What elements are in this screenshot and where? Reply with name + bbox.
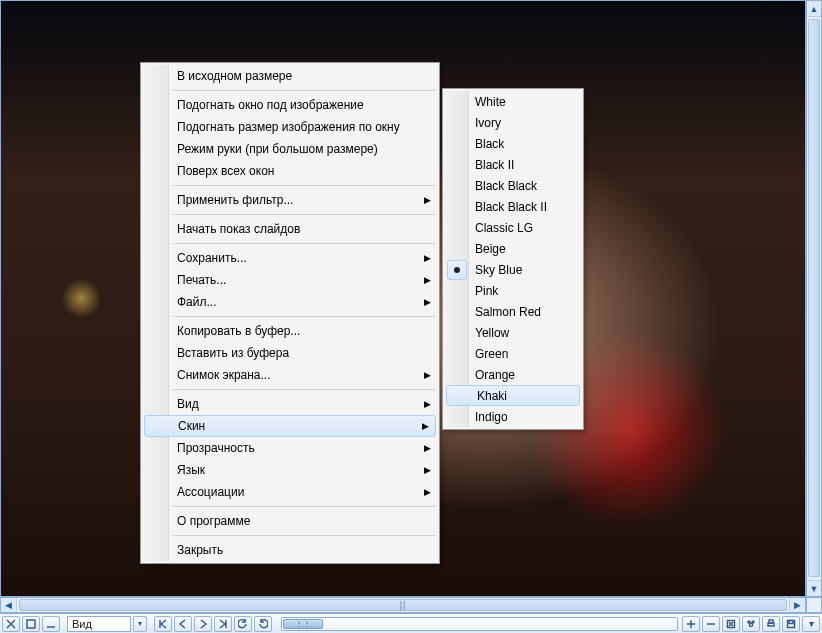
- skin-option-label: Sky Blue: [475, 263, 522, 277]
- menu-item[interactable]: Ассоциации▶: [143, 481, 437, 503]
- menu-item[interactable]: Вид▶: [143, 393, 437, 415]
- scroll-up-arrow-icon[interactable]: ▲: [807, 1, 821, 17]
- menu-item-label: Сохранить...: [177, 251, 247, 265]
- menu-item-label: В исходном размере: [177, 69, 292, 83]
- scroll-right-arrow-icon[interactable]: ▶: [789, 598, 805, 612]
- submenu-arrow-icon: ▶: [424, 465, 431, 475]
- rotate-right-button[interactable]: [254, 616, 272, 632]
- view-mode-field[interactable]: Вид: [67, 616, 131, 632]
- menu-item[interactable]: Начать показ слайдов: [143, 218, 437, 240]
- skin-option[interactable]: Black Black: [445, 175, 581, 196]
- fit-button[interactable]: [722, 616, 740, 632]
- menu-item[interactable]: Подогнать окно под изображение: [143, 94, 437, 116]
- skin-option[interactable]: Black Black II: [445, 196, 581, 217]
- scroll-left-arrow-icon[interactable]: ◀: [1, 598, 17, 612]
- menu-item[interactable]: Подогнать размер изображения по окну: [143, 116, 437, 138]
- skin-option[interactable]: Green: [445, 343, 581, 364]
- menu-separator: [173, 389, 435, 390]
- menu-chevron-icon[interactable]: ▾: [802, 616, 820, 632]
- menu-item[interactable]: Сохранить...▶: [143, 247, 437, 269]
- horizontal-scroll-thumb[interactable]: ||: [19, 599, 787, 611]
- menu-item[interactable]: Скин▶: [144, 415, 436, 437]
- menu-item-label: Применить фильтр...: [177, 193, 293, 207]
- app-window: В исходном размереПодогнать окно под изо…: [0, 0, 822, 633]
- menu-item[interactable]: Язык▶: [143, 459, 437, 481]
- skin-option[interactable]: Indigo: [445, 406, 581, 427]
- skin-option[interactable]: Khaki: [446, 385, 580, 406]
- menu-item[interactable]: Применить фильтр...▶: [143, 189, 437, 211]
- skin-option-label: Black Black II: [475, 200, 547, 214]
- submenu-arrow-icon: ▶: [424, 487, 431, 497]
- prev-button[interactable]: [174, 616, 192, 632]
- zoom-slider-track[interactable]: ⋮⋮: [281, 617, 678, 631]
- menu-item[interactable]: Снимок экрана...▶: [143, 364, 437, 386]
- save-button[interactable]: [782, 616, 800, 632]
- submenu-arrow-icon: ▶: [424, 370, 431, 380]
- close-button[interactable]: [2, 616, 20, 632]
- menu-item-label: Режим руки (при большом размере): [177, 142, 378, 156]
- menu-item-label: Поверх всех окон: [177, 164, 274, 178]
- menu-item[interactable]: Поверх всех окон: [143, 160, 437, 182]
- view-mode-label: Вид: [72, 618, 92, 630]
- paw-button[interactable]: [742, 616, 760, 632]
- zoom-out-button[interactable]: [702, 616, 720, 632]
- menu-separator: [173, 90, 435, 91]
- menu-item[interactable]: В исходном размере: [143, 65, 437, 87]
- svg-rect-8: [789, 620, 793, 623]
- menu-item-label: Вид: [177, 397, 199, 411]
- menu-item[interactable]: Печать...▶: [143, 269, 437, 291]
- submenu-arrow-icon: ▶: [424, 443, 431, 453]
- skin-option[interactable]: Pink: [445, 280, 581, 301]
- image-viewport[interactable]: В исходном размереПодогнать окно под изо…: [0, 0, 806, 597]
- skin-option[interactable]: Yellow: [445, 322, 581, 343]
- menu-item[interactable]: Закрыть: [143, 539, 437, 561]
- zoom-in-button[interactable]: [682, 616, 700, 632]
- skin-option[interactable]: Orange: [445, 364, 581, 385]
- scroll-corner: [806, 597, 822, 613]
- skin-option-label: Green: [475, 347, 508, 361]
- menu-item-label: Язык: [177, 463, 205, 477]
- skin-submenu: WhiteIvoryBlackBlack IIBlack BlackBlack …: [442, 88, 584, 430]
- menu-item[interactable]: Вставить из буфера: [143, 342, 437, 364]
- first-button[interactable]: [154, 616, 172, 632]
- zoom-slider-thumb[interactable]: ⋮⋮: [283, 619, 323, 629]
- skin-option-label: White: [475, 95, 506, 109]
- menu-item[interactable]: О программе: [143, 510, 437, 532]
- skin-option[interactable]: Ivory: [445, 112, 581, 133]
- last-button[interactable]: [214, 616, 232, 632]
- horizontal-scrollbar[interactable]: ◀ || ▶: [0, 597, 806, 613]
- print-button[interactable]: [762, 616, 780, 632]
- menu-separator: [173, 535, 435, 536]
- skin-option[interactable]: Salmon Red: [445, 301, 581, 322]
- skin-option[interactable]: Black II: [445, 154, 581, 175]
- skin-option[interactable]: Black: [445, 133, 581, 154]
- bottom-toolbar: Вид ▾ ⋮⋮ ▾: [0, 613, 822, 633]
- menu-separator: [173, 243, 435, 244]
- vertical-scrollbar[interactable]: ▲ ▼: [806, 0, 822, 597]
- menu-item[interactable]: Прозрачность▶: [143, 437, 437, 459]
- menu-item[interactable]: Файл...▶: [143, 291, 437, 313]
- scroll-down-arrow-icon[interactable]: ▼: [807, 580, 821, 596]
- menu-item-label: О программе: [177, 514, 250, 528]
- skin-option-label: Beige: [475, 242, 506, 256]
- vertical-scroll-thumb[interactable]: [808, 19, 820, 577]
- skin-option[interactable]: Sky Blue: [445, 259, 581, 280]
- view-mode-dropdown-icon[interactable]: ▾: [133, 616, 147, 632]
- menu-separator: [173, 316, 435, 317]
- submenu-arrow-icon: ▶: [424, 253, 431, 263]
- menu-item[interactable]: Режим руки (при большом размере): [143, 138, 437, 160]
- skin-option-label: Pink: [475, 284, 498, 298]
- menu-item-label: Начать показ слайдов: [177, 222, 300, 236]
- rotate-left-button[interactable]: [234, 616, 252, 632]
- menu-item-label: Вставить из буфера: [177, 346, 289, 360]
- skin-option[interactable]: Classic LG: [445, 217, 581, 238]
- skin-option[interactable]: White: [445, 91, 581, 112]
- maximize-button[interactable]: [22, 616, 40, 632]
- next-button[interactable]: [194, 616, 212, 632]
- svg-point-2: [748, 621, 750, 623]
- minimize-button[interactable]: [42, 616, 60, 632]
- svg-rect-0: [27, 620, 35, 628]
- skin-option-label: Yellow: [475, 326, 509, 340]
- menu-item[interactable]: Копировать в буфер...: [143, 320, 437, 342]
- skin-option[interactable]: Beige: [445, 238, 581, 259]
